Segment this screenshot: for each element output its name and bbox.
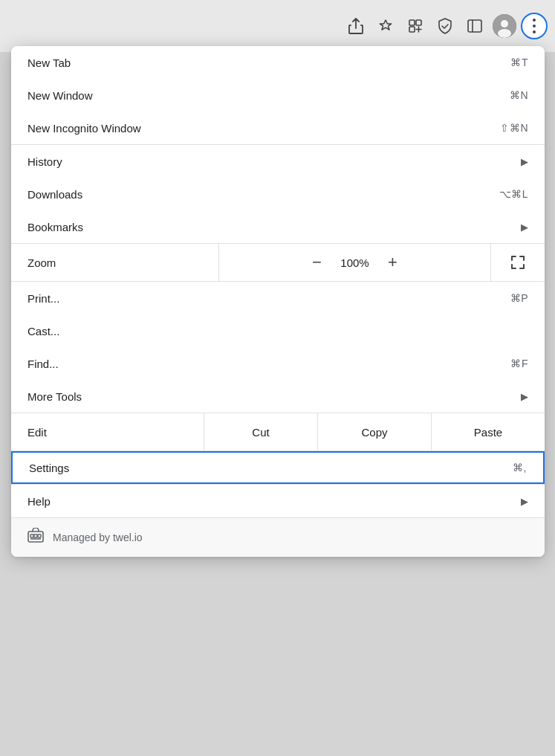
history-item[interactable]: History ▶ — [11, 145, 545, 178]
navigation-section: History ▶ Downloads ⌥⌘L Bookmarks ▶ — [11, 145, 545, 244]
svg-rect-9 — [34, 534, 37, 537]
zoom-row: Zoom − 100% + — [11, 244, 545, 281]
managed-icon — [27, 528, 44, 548]
downloads-item[interactable]: Downloads ⌥⌘L — [11, 178, 545, 210]
shield-icon[interactable] — [432, 13, 458, 39]
zoom-section: Zoom − 100% + — [11, 244, 545, 282]
tools-section: Print... ⌘P Cast... Find... ⌘F More Tool… — [11, 282, 545, 413]
fullscreen-button[interactable] — [491, 244, 545, 281]
more-tools-item[interactable]: More Tools ▶ — [11, 380, 545, 413]
dot — [533, 30, 536, 33]
dot — [533, 19, 536, 22]
chrome-menu: New Tab ⌘T New Window ⌘N New Incognito W… — [11, 46, 545, 557]
find-item[interactable]: Find... ⌘F — [11, 347, 545, 380]
svg-point-6 — [498, 29, 511, 38]
svg-point-5 — [501, 20, 508, 28]
svg-rect-8 — [30, 534, 33, 537]
new-window-item[interactable]: New Window ⌘N — [11, 79, 545, 112]
extensions-icon[interactable] — [402, 13, 429, 39]
menu-button[interactable] — [521, 13, 548, 39]
avatar[interactable] — [491, 13, 518, 39]
paste-button[interactable]: Paste — [432, 413, 545, 450]
cast-item[interactable]: Cast... — [11, 314, 545, 347]
browser-toolbar — [0, 0, 555, 52]
dot — [533, 25, 536, 28]
zoom-plus-button[interactable]: + — [374, 244, 412, 281]
new-incognito-item[interactable]: New Incognito Window ⇧⌘N — [11, 112, 545, 144]
settings-item[interactable]: Settings ⌘, — [11, 451, 545, 484]
cut-button[interactable]: Cut — [204, 413, 318, 450]
new-tab-item[interactable]: New Tab ⌘T — [11, 46, 545, 79]
zoom-minus-button[interactable]: − — [299, 244, 336, 281]
share-icon[interactable] — [343, 13, 369, 39]
print-item[interactable]: Print... ⌘P — [11, 282, 545, 314]
settings-section: Settings ⌘, — [11, 451, 545, 485]
svg-rect-10 — [38, 534, 41, 537]
star-icon[interactable] — [372, 13, 399, 39]
edit-section: Edit Cut Copy Paste — [11, 413, 545, 451]
managed-text: Managed by twel.io — [53, 532, 143, 543]
svg-rect-0 — [409, 20, 415, 25]
zoom-label[interactable]: Zoom — [11, 244, 219, 281]
svg-rect-1 — [416, 20, 421, 25]
zoom-controls: − 100% + — [219, 244, 491, 281]
edit-row: Edit Cut Copy Paste — [11, 413, 545, 450]
help-item[interactable]: Help ▶ — [11, 485, 545, 517]
edit-label: Edit — [11, 413, 204, 450]
managed-row: Managed by twel.io — [11, 518, 545, 557]
bookmarks-item[interactable]: Bookmarks ▶ — [11, 210, 545, 243]
svg-rect-3 — [468, 20, 481, 32]
window-section: New Tab ⌘T New Window ⌘N New Incognito W… — [11, 46, 545, 145]
sidebar-icon[interactable] — [461, 13, 488, 39]
svg-rect-2 — [409, 27, 415, 32]
zoom-value: 100% — [336, 256, 374, 269]
copy-button[interactable]: Copy — [318, 413, 432, 450]
help-section: Help ▶ — [11, 485, 545, 518]
